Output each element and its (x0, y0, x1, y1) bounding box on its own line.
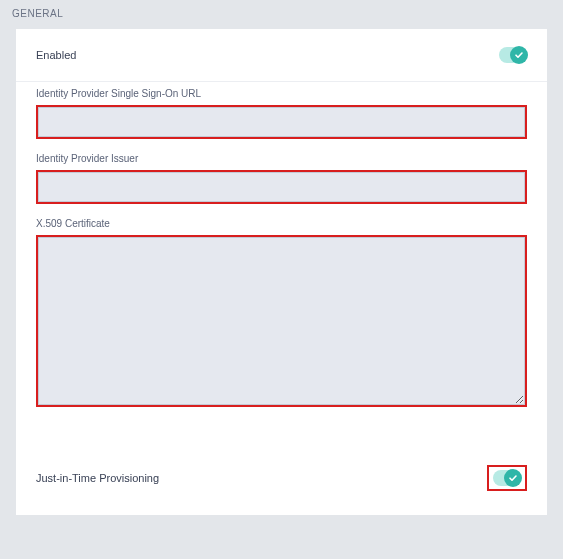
form-area: Identity Provider Single Sign-On URL Ide… (16, 82, 547, 439)
enabled-toggle[interactable] (499, 47, 527, 63)
cert-textarea[interactable] (38, 237, 525, 405)
highlight-box (36, 105, 527, 139)
check-icon (504, 469, 522, 487)
jit-toggle[interactable] (493, 470, 521, 486)
cert-label: X.509 Certificate (36, 218, 527, 229)
issuer-label: Identity Provider Issuer (36, 153, 527, 164)
sso-url-input[interactable] (38, 107, 525, 137)
section-title: GENERAL (2, 2, 561, 29)
cert-field: X.509 Certificate (36, 218, 527, 407)
jit-label: Just-in-Time Provisioning (36, 472, 159, 484)
page-root: GENERAL Enabled Identity Provider Single… (2, 2, 561, 515)
enabled-label: Enabled (36, 49, 76, 61)
sso-url-field: Identity Provider Single Sign-On URL (36, 88, 527, 139)
settings-panel: Enabled Identity Provider Single Sign-On… (16, 29, 547, 515)
highlight-box (487, 465, 527, 491)
issuer-field: Identity Provider Issuer (36, 153, 527, 204)
highlight-box (36, 170, 527, 204)
issuer-input[interactable] (38, 172, 525, 202)
enabled-row: Enabled (16, 29, 547, 82)
jit-row: Just-in-Time Provisioning (16, 439, 547, 515)
sso-url-label: Identity Provider Single Sign-On URL (36, 88, 527, 99)
check-icon (510, 46, 528, 64)
highlight-box (36, 235, 527, 407)
